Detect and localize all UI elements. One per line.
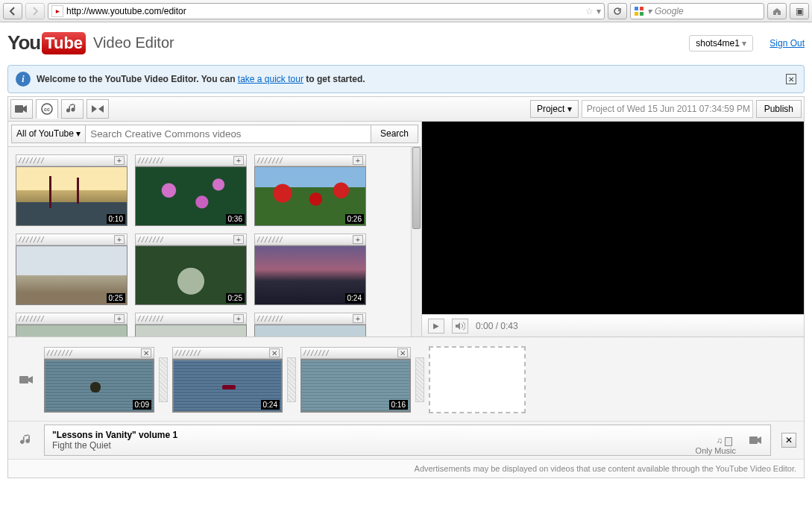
svg-rect-0: [635, 7, 638, 10]
clip-duration: 0:10: [107, 214, 125, 224]
clip-duration: 0:26: [345, 214, 364, 224]
sign-out-link[interactable]: Sign Out: [769, 38, 805, 48]
audio-title: "Lessons in Vanity" volume 1: [52, 430, 177, 440]
url-bar[interactable]: ▶ ☆ ▾: [48, 3, 605, 19]
chevron-down-icon: ▾: [742, 38, 746, 48]
preview-pane: ▶ 0:00 / 0:43: [422, 122, 804, 336]
transition-slot[interactable]: [287, 357, 296, 402]
add-clip-button[interactable]: +: [114, 235, 125, 244]
quick-tour-link[interactable]: take a quick tour: [238, 74, 303, 84]
svg-rect-2: [635, 12, 638, 16]
timeline-clip[interactable]: ///////0:09: [44, 347, 154, 413]
add-clip-button[interactable]: +: [353, 235, 363, 244]
clip-duration: 0:16: [389, 400, 408, 410]
library-clip[interactable]: ///////+0:24: [254, 234, 366, 305]
library-clip[interactable]: ///////+0:25: [135, 234, 247, 305]
volume-button[interactable]: [452, 319, 468, 334]
search-scope-dropdown[interactable]: All of YouTube ▾: [11, 125, 86, 143]
clip-thumbnail[interactable]: [135, 325, 247, 336]
clip-duration: 0:25: [107, 293, 125, 303]
timeline-clip[interactable]: ///////0:24: [172, 347, 283, 413]
info-icon: i: [16, 72, 31, 87]
back-button[interactable]: [3, 3, 22, 19]
clip-thumbnail[interactable]: 0:24: [254, 245, 366, 305]
clip-thumbnail[interactable]: 0:36: [135, 166, 247, 226]
clip-thumbnail[interactable]: [254, 325, 366, 336]
browser-search[interactable]: ▾ Google: [630, 3, 764, 19]
library-clip[interactable]: ///////+: [16, 313, 128, 336]
remove-clip-button[interactable]: [141, 348, 151, 357]
media-library: All of YouTube ▾ Search ///////+0:10////…: [8, 122, 422, 336]
svg-rect-3: [640, 12, 643, 16]
clip-thumbnail[interactable]: 0:09: [44, 359, 154, 413]
clip-thumbnail[interactable]: 0:10: [16, 166, 128, 226]
reload-button[interactable]: [608, 3, 627, 19]
chevron-down-icon: ▾: [567, 104, 572, 114]
timeline: ///////0:09///////0:24///////0:16 "Lesso…: [7, 337, 805, 478]
add-clip-button[interactable]: +: [233, 235, 244, 244]
svg-text:cc: cc: [44, 107, 50, 112]
timeline-clip[interactable]: ///////0:16: [300, 347, 411, 413]
clip-duration: 0:24: [345, 293, 364, 303]
window-button[interactable]: ▣: [790, 3, 809, 19]
library-clip[interactable]: ///////+0:36: [135, 154, 247, 226]
clip-thumbnail[interactable]: 0:16: [300, 359, 411, 413]
scrollbar[interactable]: [411, 147, 421, 336]
clip-duration: 0:36: [226, 214, 245, 224]
timeline-drop-target[interactable]: [429, 346, 526, 413]
video-track-icon: [16, 375, 38, 385]
search-placeholder: Google: [655, 6, 684, 16]
library-clip[interactable]: ///////+0:26: [254, 154, 366, 226]
close-icon[interactable]: ✕: [786, 74, 796, 84]
add-clip-button[interactable]: +: [114, 156, 125, 165]
library-clip[interactable]: ///////+: [254, 313, 366, 336]
tab-cc[interactable]: cc: [36, 99, 58, 119]
add-clip-button[interactable]: +: [353, 314, 363, 323]
welcome-banner: i Welcome to the YouTube Video Editor. Y…: [7, 65, 805, 93]
svg-rect-4: [15, 105, 23, 113]
forward-button[interactable]: [25, 3, 45, 19]
play-button[interactable]: ▶: [428, 319, 444, 334]
tab-my-videos[interactable]: [10, 99, 33, 119]
svg-rect-7: [19, 376, 28, 383]
page-header: YouTube Video Editor shots4me1 ▾ Sign Ou…: [0, 22, 812, 59]
search-input[interactable]: [86, 125, 371, 143]
clip-thumbnail[interactable]: 0:26: [254, 166, 366, 226]
tab-transitions[interactable]: [86, 99, 109, 119]
user-menu[interactable]: shots4me1 ▾: [689, 35, 753, 51]
remove-clip-button[interactable]: [397, 348, 408, 357]
remove-audio-button[interactable]: ✕: [781, 433, 796, 448]
youtube-logo[interactable]: YouTube: [7, 31, 86, 54]
add-clip-button[interactable]: +: [353, 156, 363, 165]
clip-duration: 0:24: [261, 400, 280, 410]
clip-thumbnail[interactable]: 0:25: [135, 245, 247, 305]
home-button[interactable]: [767, 3, 787, 19]
clip-thumbnail[interactable]: 0:24: [172, 359, 283, 413]
publish-button[interactable]: Publish: [756, 100, 802, 118]
project-menu[interactable]: Project ▾: [530, 100, 579, 118]
add-clip-button[interactable]: +: [114, 314, 125, 323]
remove-clip-button[interactable]: [269, 348, 280, 357]
svg-rect-8: [749, 436, 758, 444]
library-clip[interactable]: ///////+: [135, 313, 247, 336]
library-clip[interactable]: ///////+0:25: [16, 234, 128, 305]
add-clip-button[interactable]: +: [233, 156, 244, 165]
transition-slot[interactable]: [159, 357, 168, 402]
project-name-field[interactable]: Project of Wed 15 Jun 2011 07:34:59 PM P: [582, 100, 753, 118]
audio-artist: Fight the Quiet: [52, 440, 177, 451]
clip-thumbnail[interactable]: 0:25: [16, 245, 128, 305]
search-button[interactable]: Search: [371, 125, 418, 143]
tab-audio[interactable]: [61, 99, 84, 119]
transition-slot[interactable]: [415, 357, 424, 402]
add-clip-button[interactable]: +: [233, 314, 244, 323]
dropdown-icon[interactable]: ▾: [597, 6, 601, 16]
page-title: Video Editor: [93, 34, 174, 51]
audio-clip[interactable]: "Lessons in Vanity" volume 1 Fight the Q…: [44, 425, 771, 456]
bookmark-icon[interactable]: ☆: [585, 6, 594, 16]
playback-time: 0:00 / 0:43: [476, 321, 518, 331]
url-input[interactable]: [66, 6, 582, 16]
video-player[interactable]: [422, 122, 804, 314]
clip-thumbnail[interactable]: [16, 325, 128, 336]
library-clip[interactable]: ///////+0:10: [16, 154, 128, 226]
banner-text: Welcome to the YouTube Video Editor. You…: [37, 74, 365, 84]
